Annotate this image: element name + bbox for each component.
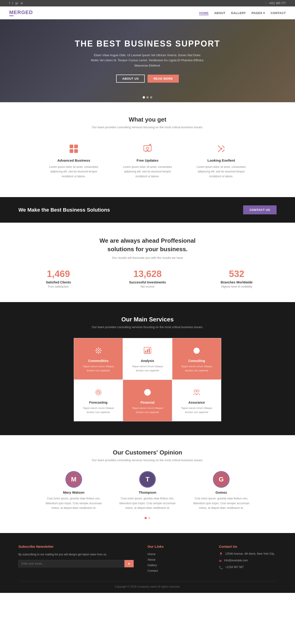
service-forecasting: Forecasting Taque earum rerum hitaque te… — [74, 380, 123, 421]
footer-link-home[interactable]: Home — [148, 552, 205, 556]
footer-link-gallery[interactable]: Gallery — [148, 563, 205, 567]
copyright-text: Copyright © 2018.Company name All rights… — [115, 585, 180, 588]
stat-number-2: 532 — [197, 269, 276, 279]
testimonials-subtitle: Our team provides consulting services fo… — [19, 458, 276, 462]
service-title-forecasting: Forecasting — [80, 401, 117, 404]
service-title-analysis: Analysis — [129, 359, 166, 363]
svg-rect-2 — [70, 149, 73, 153]
read-more-button[interactable]: Read More — [148, 74, 179, 83]
services-grid: Commodities Taque earum rerum hitaque te… — [74, 338, 221, 421]
svg-point-35 — [194, 390, 196, 392]
svg-line-18 — [99, 348, 101, 350]
testimonial-dots — [19, 517, 276, 519]
svg-rect-1 — [74, 144, 78, 148]
svg-point-11 — [98, 350, 99, 351]
free-updates-icon — [142, 143, 153, 155]
feature-looking-exellent: Looking Exellent Lorem ipsum dolor sit a… — [189, 138, 253, 183]
brand-m: M — [9, 10, 14, 16]
about-us-button[interactable]: About Us — [116, 74, 145, 83]
testimonials-grid: M Mary Watson Cras tortor ipsum, gravida… — [19, 471, 276, 510]
hero-dot-3[interactable] — [150, 96, 152, 98]
commodities-icon — [93, 345, 104, 356]
contact-us-button[interactable]: Contact Us — [243, 206, 276, 214]
brand-logo[interactable]: MERGED — [9, 10, 33, 16]
svg-point-36 — [197, 390, 199, 392]
email-text: Info@example.com — [224, 559, 248, 562]
svg-rect-23 — [147, 349, 148, 352]
svg-point-28 — [96, 390, 101, 395]
footer-contact-col: Contact Us 📍 12546 Avenue, 4th block, Ne… — [219, 544, 276, 574]
phone-text: +1234 567 567 — [225, 566, 244, 569]
svg-rect-3 — [74, 149, 78, 153]
footer-newsletter-col: Subscribe Newsletter By subscribing to o… — [19, 544, 134, 574]
testimonial-dot-1[interactable] — [145, 517, 147, 519]
nav-item-about[interactable]: ABOUT — [214, 11, 225, 15]
avatar-img-gomez: G — [214, 472, 229, 487]
nav-link-about[interactable]: ABOUT — [214, 11, 225, 15]
stat-desc-1: Net income — [108, 285, 188, 288]
footer-link-about[interactable]: About — [148, 558, 205, 561]
links-title: Our Links — [148, 544, 205, 548]
footer-grid: Subscribe Newsletter By subscribing to o… — [19, 544, 276, 574]
service-consulting: ₿ Consulting Taque earum rerum hitaque t… — [172, 338, 221, 380]
stat-label-1: Successful Investments — [108, 280, 188, 284]
svg-line-16 — [96, 348, 98, 350]
nav-item-pages[interactable]: PAGES ▾ — [251, 11, 265, 15]
google-plus-icon[interactable]: g+ — [16, 2, 19, 5]
service-text-analysis: Taque earum rerum hitaque tenetur rum sa… — [129, 364, 166, 372]
testimonial-text-mary: Cras tortor ipsum, gravida vitae finibus… — [42, 496, 106, 510]
linkedin-icon[interactable]: in — [21, 2, 23, 5]
svg-line-8 — [218, 150, 220, 152]
svg-point-5 — [146, 147, 149, 150]
feature-title-2: Looking Exellent — [194, 158, 249, 162]
testimonial-name-gomez: Gomez — [189, 490, 253, 494]
svg-rect-0 — [70, 144, 73, 148]
facebook-icon[interactable]: f — [9, 2, 10, 5]
service-title-assurance: Assurance — [178, 401, 215, 404]
email-icon: ✉ — [219, 559, 222, 563]
hero-dot-1[interactable] — [143, 96, 145, 98]
nav-link-gallery[interactable]: GALLERY — [231, 11, 246, 15]
nav-link-home[interactable]: HOME — [199, 11, 209, 15]
email-input[interactable] — [19, 560, 124, 567]
service-text-consulting: Taque earum rerum hitaque tenetur rum sa… — [178, 364, 215, 372]
avatar-img-thompson: T — [140, 472, 155, 487]
nav-item-gallery[interactable]: GALLERY — [231, 11, 246, 15]
feature-title-1: Free Updates — [120, 158, 175, 162]
stat-investments: 13,628 Successful Investments Net income — [108, 269, 188, 288]
cta-band-section: We Make the Best Business Solutions Cont… — [0, 197, 295, 223]
nav-link-pages[interactable]: PAGES ▾ — [251, 11, 265, 15]
phone-number: 📞 +021 365 777 — [264, 2, 286, 5]
newsletter-submit-button[interactable]: ➤ — [124, 560, 134, 567]
feature-text-1: Lorem ipsum dolor sit amet, consectetur … — [120, 165, 175, 179]
service-text-commodities: Taque earum rerum hitaque tenetur rum sa… — [80, 364, 117, 372]
nav-link-contact[interactable]: CONTACT — [270, 11, 286, 15]
cta-text: We Make the Best Business Solutions — [19, 207, 110, 213]
svg-line-9 — [222, 150, 224, 152]
feature-free-updates: Free Updates Lorem ipsum dolor sit amet,… — [115, 138, 180, 183]
contact-phone: 📞 +1234 567 567 — [219, 566, 276, 570]
stats-sub: Our results will fascinate you with the … — [19, 256, 276, 260]
nav-item-home[interactable]: HOME — [199, 11, 209, 15]
financial-icon — [142, 387, 153, 398]
stat-number-0: 1,469 — [19, 269, 98, 279]
nav-item-contact[interactable]: CONTACT — [270, 11, 286, 15]
what-subtitle: Our team provides consulting services fo… — [19, 126, 276, 129]
stat-number-1: 13,628 — [108, 269, 188, 279]
hero-dot-2[interactable] — [146, 96, 149, 98]
social-links[interactable]: f t g+ in — [9, 2, 23, 5]
analysis-icon — [142, 345, 153, 356]
svg-text:₿: ₿ — [196, 349, 197, 352]
footer-link-contact[interactable]: Contact — [148, 569, 205, 572]
twitter-icon[interactable]: t — [12, 2, 13, 5]
service-title-consulting: Consulting — [178, 359, 215, 363]
assurance-icon — [191, 387, 202, 398]
phone-icon: 📞 — [264, 2, 268, 5]
avatar-gomez: G — [213, 471, 229, 488]
feature-advanced-business: Advanced Business Lorem ipsum dolor sit … — [42, 138, 106, 183]
testimonial-dot-2[interactable] — [148, 517, 150, 519]
service-text-financial: Taque earum rerum hitaque tenetur rum sa… — [129, 406, 166, 414]
stat-desc-0: Pure satisfaction — [19, 285, 98, 288]
service-text-forecasting: Taque earum rerum hitaque tenetur rum sa… — [80, 406, 117, 414]
services-subtitle: Our team provides consulting services fo… — [19, 325, 276, 329]
